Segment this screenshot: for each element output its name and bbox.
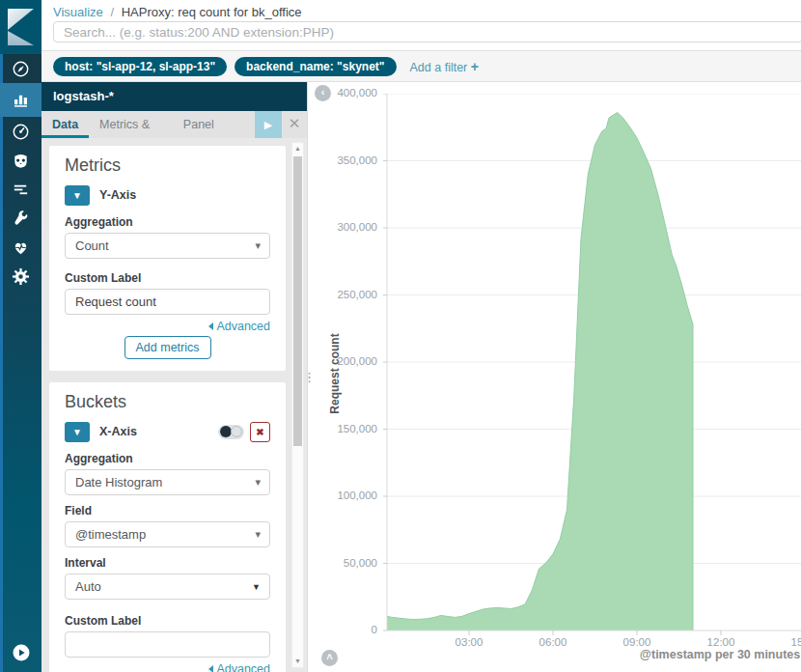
index-pattern-header: logstash-*	[41, 82, 307, 111]
play-circle-icon	[12, 643, 31, 662]
sidebar-expand-button[interactable]	[0, 643, 41, 662]
add-filter-button[interactable]: Add a filter +	[410, 59, 479, 74]
y-tick-label: 250,000	[308, 289, 377, 300]
panel-resize-handle[interactable]: ⋮	[307, 370, 316, 384]
interval-select[interactable]: Auto ▼	[65, 574, 270, 600]
plus-icon: +	[471, 59, 479, 74]
bucket-aggregation-select[interactable]: Date Histogram ▾	[65, 469, 270, 495]
y-tick-label: 350,000	[308, 154, 377, 166]
sidebar-item[interactable]	[0, 146, 41, 175]
metric-custom-label-input[interactable]	[65, 289, 270, 315]
chevron-down-icon: ▾	[255, 234, 261, 258]
triangle-left-icon	[208, 665, 213, 672]
metric-agg-name: Y-Axis	[99, 188, 136, 202]
chevron-down-icon: ▼	[252, 575, 261, 600]
panel-tabs: DataMetrics & AxesPanel Settings ▶ ✕	[41, 111, 307, 138]
field-label: Field	[65, 504, 270, 518]
chevron-down-icon: ▾	[255, 522, 261, 546]
x-tick-label: 09:00	[614, 636, 660, 648]
search-input[interactable]	[53, 21, 801, 42]
tab-metrics-axes[interactable]: Metrics & Axes	[89, 111, 173, 138]
interval-label: Interval	[65, 556, 270, 570]
sidebar-item[interactable]	[0, 54, 41, 83]
buckets-section: Buckets ▼ X-Axis ✖ Aggregation Date Hist…	[49, 382, 286, 672]
log-lines-icon	[12, 181, 30, 199]
close-panel-button[interactable]: ✕	[282, 111, 307, 138]
aggregation-label: Aggregation	[65, 215, 270, 229]
filter-pills: host: "sl-app-12, sl-app-13"backend_name…	[53, 57, 397, 76]
y-tick-label: 100,000	[308, 490, 377, 501]
sidebar-item[interactable]	[0, 262, 41, 291]
wrench-icon	[12, 210, 30, 228]
sidebar-item[interactable]	[0, 233, 41, 262]
add-metrics-button[interactable]: Add metrics	[124, 336, 211, 359]
tab-list: DataMetrics & AxesPanel Settings	[41, 111, 255, 138]
kibana-app: Visualize / HAProxy: req count for bk_of…	[0, 0, 801, 672]
toggle-bucket-switch[interactable]	[218, 425, 244, 439]
top-bar: Visualize / HAProxy: req count for bk_of…	[41, 0, 801, 50]
x-tick-label: 03:00	[446, 636, 492, 648]
toggle-ring	[231, 426, 242, 437]
sidebar-item[interactable]	[0, 83, 41, 117]
owl-icon	[12, 152, 30, 170]
triangle-left-icon	[208, 322, 213, 330]
compass-icon	[12, 60, 30, 78]
bucket-field-select[interactable]: @timestamp ▾	[65, 521, 270, 547]
kibana-logo[interactable]	[0, 0, 41, 54]
vis-config-panel: logstash-* DataMetrics & AxesPanel Setti…	[41, 82, 307, 672]
x-tick-label: 12:00	[698, 636, 744, 648]
chevron-down-icon[interactable]: ▼	[65, 422, 90, 442]
bucket-agg-row: ▼ X-Axis ✖	[65, 420, 270, 443]
aggregation-label: Aggregation	[65, 452, 270, 465]
remove-bucket-button[interactable]: ✖	[250, 422, 270, 442]
tab-panel-settings[interactable]: Panel Settings	[173, 111, 255, 138]
tab-data[interactable]: Data	[41, 111, 89, 138]
chart-pane: ⋮ ‹ Request count 050,000100,000150,0002…	[307, 82, 801, 672]
kibana-logo-shape	[8, 9, 34, 30]
y-tick-label: 200,000	[308, 355, 377, 367]
breadcrumb-visualize-link[interactable]: Visualize	[53, 5, 103, 19]
breadcrumb-separator: /	[110, 5, 114, 19]
y-tick-label: 50,000	[308, 557, 377, 569]
metrics-section: Metrics ▼ Y-Axis Aggregation Count ▾ Cus…	[49, 146, 286, 371]
scroll-up-icon[interactable]: ▲	[292, 143, 303, 154]
panel-body: Metrics ▼ Y-Axis Aggregation Count ▾ Cus…	[41, 138, 307, 672]
metric-aggregation-select[interactable]: Count ▾	[65, 233, 270, 259]
gear-icon	[12, 267, 30, 286]
filter-bar: host: "sl-app-12, sl-app-13"backend_name…	[41, 50, 801, 82]
panel-scrollbar[interactable]: ▲ ▼	[291, 142, 304, 668]
y-axis-title: Request count	[328, 316, 342, 432]
y-tick-label: 400,000	[308, 87, 377, 98]
buckets-advanced-link[interactable]: Advanced	[65, 662, 270, 672]
custom-label-label: Custom Label	[65, 271, 270, 285]
sidebar-item[interactable]	[0, 175, 41, 204]
breadcrumb: Visualize / HAProxy: req count for bk_of…	[41, 0, 801, 19]
bar-chart-icon	[12, 91, 30, 109]
bucket-agg-name: X-Axis	[99, 425, 137, 438]
area-chart	[381, 94, 801, 636]
x-tick-label: 15:00	[782, 636, 801, 648]
heart-pulse-icon	[12, 238, 30, 257]
filter-pill[interactable]: host: "sl-app-12, sl-app-13"	[53, 57, 227, 76]
bucket-custom-label-input[interactable]	[65, 631, 270, 658]
x-axis-title: @timestamp per 30 minutes	[594, 648, 801, 661]
spy-panel-toggle-button[interactable]: ˄	[321, 650, 338, 666]
metric-agg-row: ▼ Y-Axis	[65, 183, 270, 207]
page-title: HAProxy: req count for bk_office	[122, 5, 302, 19]
metrics-title: Metrics	[65, 155, 270, 176]
gauge-clock-icon	[12, 123, 30, 141]
sidebar-nav	[0, 54, 41, 291]
global-nav-sidebar	[0, 0, 41, 672]
y-tick-label: 300,000	[308, 221, 377, 233]
sidebar-item[interactable]	[0, 204, 41, 233]
scroll-down-icon[interactable]: ▼	[292, 656, 303, 667]
sidebar-item[interactable]	[0, 117, 41, 146]
x-tick-label: 06:00	[530, 636, 576, 648]
metrics-advanced-link[interactable]: Advanced	[65, 320, 270, 333]
chevron-down-icon[interactable]: ▼	[65, 185, 90, 206]
apply-changes-button[interactable]: ▶	[255, 111, 282, 138]
filter-pill[interactable]: backend_name: "skynet"	[235, 57, 396, 76]
scrollbar-thumb[interactable]	[293, 156, 302, 446]
y-tick-label: 150,000	[308, 423, 377, 434]
y-tick-label: 0	[308, 624, 377, 635]
